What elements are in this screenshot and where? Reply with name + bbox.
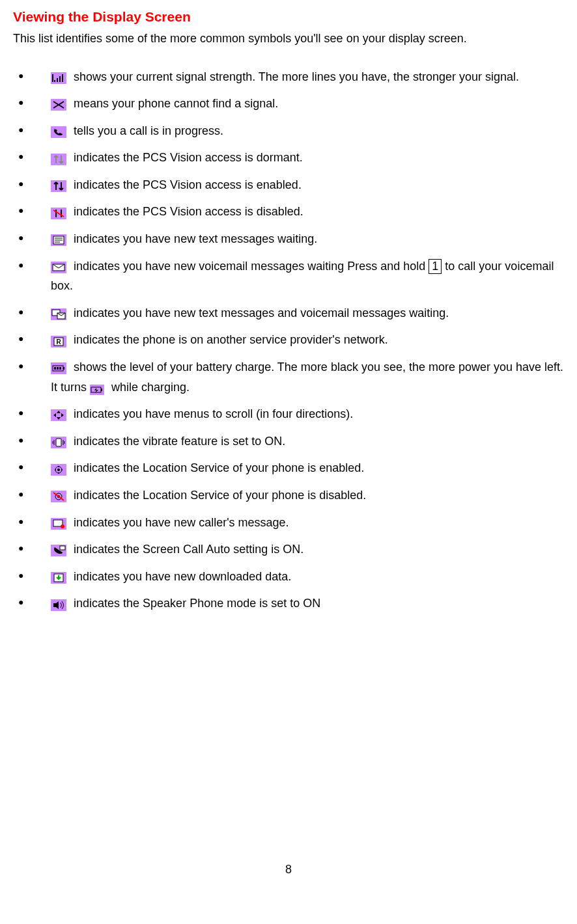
roaming-icon: R [51,334,66,346]
svg-rect-27 [56,439,61,446]
list-item: shows the level of your battery charge. … [33,357,564,397]
item-text: tells you a call is in progress. [74,124,223,137]
list-item: indicates the Location Service of your p… [33,458,564,478]
key-1: 1 [429,259,442,275]
item-text: means your phone cannot find a signal. [74,97,278,110]
list-item: indicates you have new voicemail message… [33,256,564,296]
screen-call-auto-icon [51,543,66,554]
item-text: indicates the phone is on another servic… [74,333,388,346]
list-item: indicates you have menus to scroll (in f… [33,404,564,424]
location-enabled-icon [51,462,66,474]
no-signal-icon [51,97,66,109]
svg-rect-20 [57,367,59,370]
list-item: indicates the Screen Call Auto setting i… [33,539,564,560]
list-item: indicates you have new caller's message. [33,513,564,533]
svg-rect-2 [51,126,66,138]
page-number: 8 [13,861,564,878]
new-voicemail-icon [51,260,66,271]
list-item: indicates the PCS Vision access is disab… [33,202,564,222]
intro-text: This list identifies some of the more co… [13,30,564,48]
item-text: indicates you have menus to scroll (in f… [74,407,353,420]
item-text: indicates the Location Service of your p… [74,489,366,502]
list-item: shows your current signal strength. The … [33,67,564,87]
signal-strength-icon [51,70,66,82]
item-text: shows your current signal strength. The … [74,70,519,83]
item-text: indicates the Location Service of your p… [74,461,364,474]
list-item: R indicates the phone is on another serv… [33,330,564,350]
item-text-before: indicates you have new voicemail message… [74,260,429,273]
svg-rect-4 [51,180,66,192]
speaker-phone-icon [51,597,66,609]
item-text: indicates you have new downloaded data. [74,570,291,583]
item-text: indicates the vibrate feature is set to … [74,435,285,448]
vision-disabled-icon [51,206,66,217]
item-text: indicates the Screen Call Auto setting i… [74,543,303,556]
scroll-menus-icon [51,407,66,419]
item-text: indicates the PCS Vision access is disab… [74,205,303,218]
svg-rect-19 [54,367,56,370]
item-text: indicates you have new text messages wai… [74,232,317,245]
svg-point-29 [57,469,60,471]
list-item: indicates you have new text messages wai… [33,229,564,249]
vision-enabled-icon [51,178,66,190]
list-item: indicates the Speaker Phone mode is set … [33,593,564,614]
list-item: indicates the vibrate feature is set to … [33,431,564,452]
new-caller-message-icon [51,516,66,528]
list-item: indicates you have new text messages and… [33,303,564,323]
item-text: indicates you have new text messages and… [74,306,449,319]
list-item: means your phone cannot find a signal. [33,94,564,114]
svg-rect-3 [51,154,66,165]
new-downloaded-data-icon [51,570,66,582]
battery-icon [51,360,66,372]
list-item: tells you a call is in progress. [33,121,564,141]
vision-dormant-icon [51,152,66,163]
svg-point-36 [61,524,64,528]
new-text-voicemail-icon [51,306,66,318]
item-text: indicates the PCS Vision access is enabl… [74,178,302,191]
svg-rect-38 [60,546,65,550]
svg-rect-21 [59,367,61,370]
svg-rect-18 [63,367,64,370]
list-item: indicates the PCS Vision access is dorma… [33,148,564,168]
item-text: indicates you have new caller's message. [74,516,289,529]
vibrate-on-icon [51,435,66,446]
list-item: indicates the Location Service of your p… [33,485,564,506]
item-text-after: while charging. [108,381,190,394]
battery-charging-icon [90,381,104,392]
svg-text:R: R [56,338,61,346]
list-item: indicates the PCS Vision access is enabl… [33,175,564,195]
page-title: Viewing the Display Screen [13,7,564,27]
item-text: indicates the PCS Vision access is dorma… [74,151,303,164]
svg-rect-24 [101,388,102,391]
icon-list: shows your current signal strength. The … [13,67,564,614]
list-item: indicates you have new downloaded data. [33,567,564,587]
call-in-progress-icon [51,124,66,136]
item-text: indicates the Speaker Phone mode is set … [74,597,320,610]
location-disabled-icon [51,489,66,500]
new-text-icon [51,232,66,244]
